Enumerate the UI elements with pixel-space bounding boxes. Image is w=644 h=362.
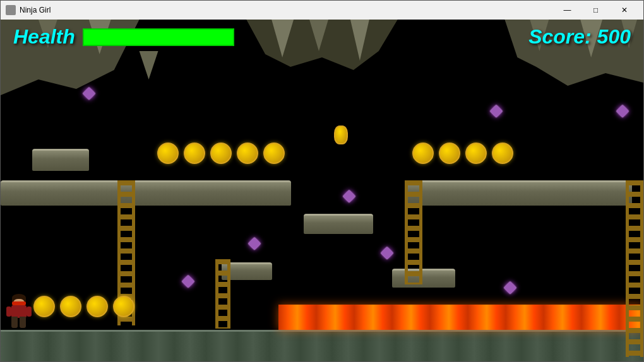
coin-floor-3	[86, 296, 108, 317]
player-leg-left	[11, 317, 18, 328]
coin-floor-1	[33, 296, 55, 317]
coin-1	[157, 143, 179, 164]
coin-8	[465, 143, 487, 164]
close-button[interactable]: ✕	[610, 1, 638, 20]
gem-3	[616, 100, 634, 118]
svg-marker-5	[140, 51, 158, 79]
window-controls: — □ ✕	[553, 1, 638, 20]
minimize-button[interactable]: —	[553, 1, 581, 20]
score-display: Score: 500	[528, 25, 631, 49]
coin-3	[210, 143, 232, 164]
coin-6	[412, 143, 434, 164]
platform-right-float	[392, 269, 455, 288]
player-arm-right	[27, 307, 32, 317]
window-title: Ninja Girl	[20, 6, 549, 15]
gem-1	[83, 83, 100, 100]
platform-left-main	[1, 180, 291, 206]
platform-left-raised	[32, 149, 89, 171]
gem-4	[343, 185, 361, 203]
gem-8	[504, 277, 522, 295]
maximize-button[interactable]: □	[581, 1, 610, 20]
lava-section	[278, 305, 643, 330]
ladder-center-right	[405, 180, 422, 284]
ground-floor	[1, 330, 643, 361]
player-leg-right	[20, 317, 26, 328]
titlebar: Ninja Girl — □ ✕	[1, 1, 643, 20]
player-character	[8, 294, 30, 329]
ladder-center-bottom	[215, 259, 230, 329]
coin-2	[184, 143, 205, 164]
coin-4	[237, 143, 258, 164]
coin-floor-2	[60, 296, 81, 317]
gem-5	[248, 233, 266, 250]
hud: Health Score: 500	[1, 20, 643, 54]
player-body	[8, 294, 30, 329]
player-arm-left	[6, 307, 11, 317]
game-window: Ninja Girl — □ ✕	[0, 0, 644, 362]
ladder-far-right	[626, 180, 643, 357]
platform-center-float	[304, 214, 373, 234]
coin-7	[439, 143, 460, 164]
player-torso	[11, 305, 27, 318]
coin-floor-4	[113, 296, 134, 317]
game-canvas[interactable]: Health Score: 500	[1, 20, 643, 361]
gem-6	[381, 242, 398, 260]
coin-5	[263, 143, 285, 164]
platform-right-main	[405, 180, 632, 206]
gem-7	[182, 271, 200, 288]
health-bar-fill	[84, 30, 233, 45]
app-icon	[6, 5, 16, 15]
health-label: Health	[13, 25, 75, 49]
health-bar-container	[83, 28, 234, 46]
gem-2	[490, 100, 508, 118]
coin-9	[492, 143, 513, 164]
health-section: Health	[13, 25, 234, 49]
coin-falling	[334, 126, 348, 144]
